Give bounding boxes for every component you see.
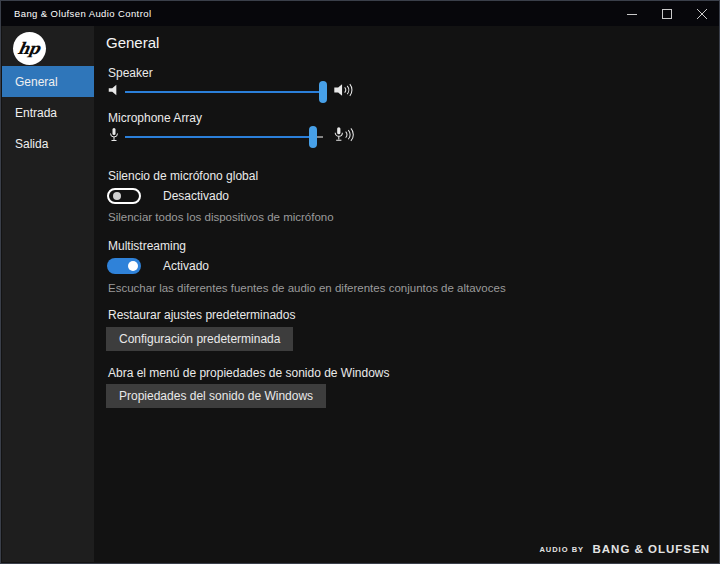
microphone-slider: [94, 126, 474, 148]
app-window: Bang & Olufsen Audio Control: [0, 0, 720, 564]
multistreaming-toggle[interactable]: [107, 258, 141, 274]
close-button[interactable]: [684, 1, 719, 26]
speaker-label: Speaker: [108, 66, 153, 80]
speaker-slider-thumb[interactable]: [319, 81, 327, 103]
mute-description: Silenciar todos los dispositivos de micr…: [108, 211, 334, 223]
main-content: General Speaker Mic: [94, 26, 718, 562]
maximize-icon: [662, 9, 672, 19]
page-title: General: [106, 34, 159, 51]
multistreaming-title: Multistreaming: [108, 239, 186, 253]
windows-sound-title: Abra el menú de propiedades de sonido de…: [108, 366, 390, 380]
microphone-min-icon: [108, 127, 120, 147]
sidebar-item-general[interactable]: General: [2, 66, 94, 97]
hp-logo-text: hp: [16, 39, 42, 58]
minimize-button[interactable]: [614, 1, 649, 26]
windows-sound-button[interactable]: Propiedades del sonido de Windows: [106, 384, 326, 408]
window-controls: [614, 1, 719, 26]
microphone-max-icon: [333, 127, 357, 148]
sidebar-item-label: Entrada: [15, 106, 57, 120]
window-title: Bang & Olufsen Audio Control: [1, 8, 614, 19]
speaker-slider-track[interactable]: [125, 91, 323, 93]
mute-toggle-row: Desactivado: [107, 188, 229, 204]
title-bar: Bang & Olufsen Audio Control: [1, 1, 719, 26]
multistreaming-state-label: Activado: [163, 259, 209, 273]
close-icon: [697, 9, 707, 19]
mute-toggle[interactable]: [107, 188, 141, 204]
speaker-max-icon: [333, 82, 355, 102]
microphone-slider-fill: [125, 136, 313, 138]
audio-by-label: AUDIO BY: [539, 545, 584, 554]
microphone-label: Microphone Array: [108, 111, 202, 125]
sidebar-nav: General Entrada Salida: [2, 66, 94, 159]
multistreaming-description: Escuchar las diferentes fuentes de audio…: [108, 282, 506, 294]
microphone-slider-thumb[interactable]: [309, 126, 317, 148]
sidebar-item-salida[interactable]: Salida: [2, 128, 94, 159]
restore-defaults-button[interactable]: Configuración predeterminada: [106, 327, 293, 351]
microphone-slider-track[interactable]: [125, 136, 323, 138]
speaker-slider: [94, 81, 474, 103]
hp-logo-icon: hp: [13, 32, 46, 65]
mute-toggle-knob: [113, 192, 121, 200]
sidebar: hp General Entrada Salida: [2, 26, 94, 562]
sidebar-item-label: Salida: [15, 137, 48, 151]
sidebar-item-label: General: [15, 75, 58, 89]
mute-title: Silencio de micrófono global: [108, 169, 258, 183]
multistreaming-toggle-knob: [128, 261, 138, 271]
minimize-icon: [627, 9, 637, 19]
speaker-min-icon: [107, 83, 121, 101]
bang-olufsen-label: BANG & OLUFSEN: [593, 543, 711, 555]
restore-title: Restaurar ajustes predeterminados: [108, 308, 295, 322]
sidebar-item-entrada[interactable]: Entrada: [2, 97, 94, 128]
mute-state-label: Desactivado: [163, 189, 229, 203]
multistreaming-toggle-row: Activado: [107, 258, 209, 274]
brand-footer: AUDIO BY BANG & OLUFSEN: [539, 539, 710, 557]
speaker-slider-fill: [125, 91, 323, 93]
maximize-button[interactable]: [649, 1, 684, 26]
